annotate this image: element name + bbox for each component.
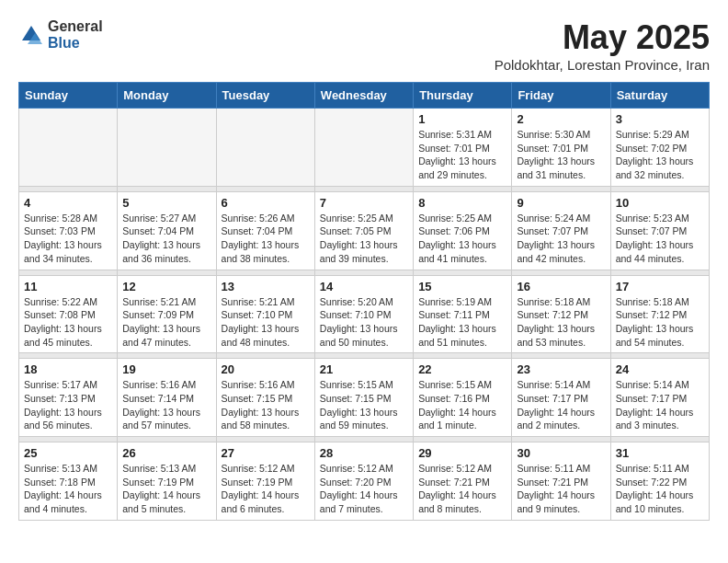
day-number: 1 [418,112,506,126]
day-info: Sunrise: 5:25 AMSunset: 7:05 PMDaylight:… [320,212,408,266]
day-number: 26 [122,446,210,460]
calendar-cell: 17Sunrise: 5:18 AMSunset: 7:12 PMDayligh… [610,275,709,353]
weekday-header-thursday: Thursday [414,83,512,109]
day-number: 7 [320,196,408,210]
calendar-week-row-1: 1Sunrise: 5:31 AMSunset: 7:01 PMDaylight… [19,109,710,187]
calendar-cell: 6Sunrise: 5:26 AMSunset: 7:04 PMDaylight… [216,191,314,270]
calendar-cell: 26Sunrise: 5:13 AMSunset: 7:19 PMDayligh… [118,442,216,521]
title-section: May 2025 Poldokhtar, Lorestan Province, … [495,18,710,73]
calendar-cell: 10Sunrise: 5:23 AMSunset: 7:07 PMDayligh… [610,191,709,270]
day-number: 21 [320,362,408,376]
day-number: 11 [24,280,112,293]
calendar-cell: 13Sunrise: 5:21 AMSunset: 7:10 PMDayligh… [216,275,314,353]
day-info: Sunrise: 5:18 AMSunset: 7:12 PMDaylight:… [616,295,704,350]
day-number: 12 [122,280,210,293]
day-info: Sunrise: 5:16 AMSunset: 7:14 PMDaylight:… [122,378,210,432]
day-number: 10 [616,196,704,210]
weekday-header-sunday: Sunday [19,83,118,109]
calendar-cell: 12Sunrise: 5:21 AMSunset: 7:09 PMDayligh… [118,275,216,353]
day-info: Sunrise: 5:23 AMSunset: 7:07 PMDaylight:… [616,212,704,266]
calendar-week-row-2: 4Sunrise: 5:28 AMSunset: 7:03 PMDaylight… [19,191,710,270]
day-number: 9 [517,196,605,210]
day-info: Sunrise: 5:29 AMSunset: 7:02 PMDaylight:… [616,128,704,182]
day-info: Sunrise: 5:15 AMSunset: 7:16 PMDaylight:… [418,378,506,432]
calendar-cell: 16Sunrise: 5:18 AMSunset: 7:12 PMDayligh… [512,275,610,353]
weekday-header-monday: Monday [118,83,216,109]
calendar-cell: 27Sunrise: 5:12 AMSunset: 7:19 PMDayligh… [216,442,314,521]
calendar-cell [314,109,413,187]
calendar-cell: 11Sunrise: 5:22 AMSunset: 7:08 PMDayligh… [19,275,118,353]
month-title: May 2025 [495,18,710,57]
day-info: Sunrise: 5:14 AMSunset: 7:17 PMDaylight:… [517,378,605,432]
calendar-cell: 22Sunrise: 5:15 AMSunset: 7:16 PMDayligh… [414,359,512,437]
weekday-header-saturday: Saturday [610,83,709,109]
day-number: 19 [122,362,210,376]
weekday-header-row: SundayMondayTuesdayWednesdayThursdayFrid… [19,83,710,109]
calendar-cell: 8Sunrise: 5:25 AMSunset: 7:06 PMDaylight… [414,191,512,270]
calendar-week-row-4: 18Sunrise: 5:17 AMSunset: 7:13 PMDayligh… [19,359,710,437]
day-number: 8 [418,196,506,210]
day-info: Sunrise: 5:28 AMSunset: 7:03 PMDaylight:… [24,212,112,266]
day-number: 28 [320,446,408,460]
day-info: Sunrise: 5:14 AMSunset: 7:17 PMDaylight:… [616,378,704,432]
day-number: 17 [616,280,704,293]
day-info: Sunrise: 5:12 AMSunset: 7:21 PMDaylight:… [418,462,506,516]
day-number: 16 [517,280,605,293]
day-number: 29 [418,446,506,460]
day-info: Sunrise: 5:21 AMSunset: 7:10 PMDaylight:… [222,295,310,350]
day-number: 14 [320,280,408,293]
calendar-cell: 25Sunrise: 5:13 AMSunset: 7:18 PMDayligh… [19,442,118,521]
day-number: 2 [517,112,605,126]
day-info: Sunrise: 5:30 AMSunset: 7:01 PMDaylight:… [517,128,605,182]
calendar-week-row-3: 11Sunrise: 5:22 AMSunset: 7:08 PMDayligh… [19,275,710,353]
calendar-week-row-5: 25Sunrise: 5:13 AMSunset: 7:18 PMDayligh… [19,442,710,521]
calendar-cell: 19Sunrise: 5:16 AMSunset: 7:14 PMDayligh… [118,359,216,437]
calendar-table: SundayMondayTuesdayWednesdayThursdayFrid… [18,82,710,521]
calendar-cell: 5Sunrise: 5:27 AMSunset: 7:04 PMDaylight… [118,191,216,270]
calendar-cell: 4Sunrise: 5:28 AMSunset: 7:03 PMDaylight… [19,191,118,270]
logo: General Blue [18,18,103,51]
day-info: Sunrise: 5:31 AMSunset: 7:01 PMDaylight:… [418,128,506,182]
location-title: Poldokhtar, Lorestan Province, Iran [495,57,710,73]
calendar-cell [19,109,118,187]
day-info: Sunrise: 5:20 AMSunset: 7:10 PMDaylight:… [320,295,408,350]
day-info: Sunrise: 5:19 AMSunset: 7:11 PMDaylight:… [418,295,506,350]
day-number: 13 [222,280,310,293]
day-number: 23 [517,362,605,376]
day-info: Sunrise: 5:15 AMSunset: 7:15 PMDaylight:… [320,378,408,432]
calendar-cell: 30Sunrise: 5:11 AMSunset: 7:21 PMDayligh… [512,442,610,521]
day-info: Sunrise: 5:27 AMSunset: 7:04 PMDaylight:… [122,212,210,266]
calendar-cell: 1Sunrise: 5:31 AMSunset: 7:01 PMDaylight… [414,109,512,187]
day-info: Sunrise: 5:11 AMSunset: 7:21 PMDaylight:… [517,462,605,516]
calendar-cell: 21Sunrise: 5:15 AMSunset: 7:15 PMDayligh… [314,359,413,437]
day-info: Sunrise: 5:12 AMSunset: 7:20 PMDaylight:… [320,462,408,516]
day-info: Sunrise: 5:16 AMSunset: 7:15 PMDaylight:… [222,378,310,432]
calendar-cell: 3Sunrise: 5:29 AMSunset: 7:02 PMDaylight… [610,109,709,187]
day-number: 15 [418,280,506,293]
calendar-cell [216,109,314,187]
logo-icon [18,22,44,48]
calendar-cell: 18Sunrise: 5:17 AMSunset: 7:13 PMDayligh… [19,359,118,437]
day-number: 4 [24,196,112,210]
calendar-cell: 28Sunrise: 5:12 AMSunset: 7:20 PMDayligh… [314,442,413,521]
day-number: 31 [616,446,704,460]
day-info: Sunrise: 5:12 AMSunset: 7:19 PMDaylight:… [222,462,310,516]
day-info: Sunrise: 5:25 AMSunset: 7:06 PMDaylight:… [418,212,506,266]
day-number: 22 [418,362,506,376]
calendar-cell: 14Sunrise: 5:20 AMSunset: 7:10 PMDayligh… [314,275,413,353]
day-number: 25 [24,446,112,460]
day-info: Sunrise: 5:17 AMSunset: 7:13 PMDaylight:… [24,378,112,432]
day-number: 27 [222,446,310,460]
calendar-cell: 20Sunrise: 5:16 AMSunset: 7:15 PMDayligh… [216,359,314,437]
calendar-cell: 29Sunrise: 5:12 AMSunset: 7:21 PMDayligh… [414,442,512,521]
page-header: General Blue May 2025 Poldokhtar, Lorest… [18,18,710,73]
calendar-cell: 24Sunrise: 5:14 AMSunset: 7:17 PMDayligh… [610,359,709,437]
calendar-cell: 23Sunrise: 5:14 AMSunset: 7:17 PMDayligh… [512,359,610,437]
day-info: Sunrise: 5:24 AMSunset: 7:07 PMDaylight:… [517,212,605,266]
day-info: Sunrise: 5:21 AMSunset: 7:09 PMDaylight:… [122,295,210,350]
weekday-header-wednesday: Wednesday [314,83,413,109]
logo-general-text: General [48,18,103,35]
calendar-cell: 31Sunrise: 5:11 AMSunset: 7:22 PMDayligh… [610,442,709,521]
calendar-cell: 9Sunrise: 5:24 AMSunset: 7:07 PMDaylight… [512,191,610,270]
day-number: 6 [222,196,310,210]
